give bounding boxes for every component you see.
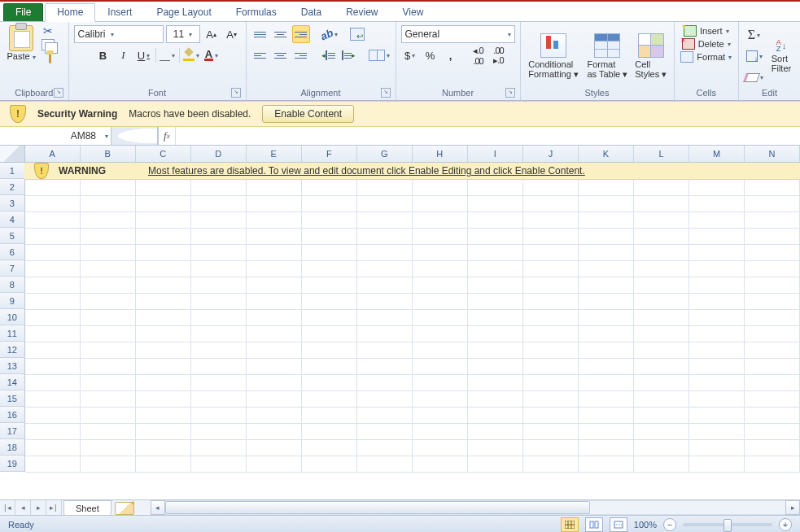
cell[interactable] [745, 228, 800, 245]
increase-decimal-button[interactable]: ◂.0.00 [470, 46, 487, 64]
cell[interactable] [191, 390, 247, 408]
cell[interactable] [81, 211, 136, 229]
cell[interactable] [413, 407, 468, 424]
cell[interactable] [468, 277, 523, 294]
align-bottom-button[interactable] [292, 25, 310, 43]
cell[interactable] [191, 374, 247, 391]
cell[interactable] [136, 358, 191, 375]
tab-file[interactable]: File [3, 3, 43, 21]
enable-content-button[interactable]: Enable Content [262, 105, 354, 123]
cell[interactable] [81, 407, 136, 424]
autosum-button[interactable]: Σ [745, 26, 763, 44]
cell[interactable] [191, 309, 247, 326]
cell[interactable] [302, 195, 357, 212]
cell[interactable] [468, 195, 523, 212]
cell[interactable] [81, 374, 136, 391]
cell[interactable] [357, 309, 413, 326]
column-header-D[interactable]: D [191, 146, 247, 162]
cell[interactable] [468, 325, 523, 342]
cell[interactable] [247, 309, 302, 326]
row-header[interactable]: 11 [0, 325, 25, 342]
horizontal-scrollbar[interactable]: ◂ ▸ [151, 500, 800, 515]
bold-button[interactable]: B [94, 46, 112, 64]
cell[interactable] [689, 309, 745, 326]
cell[interactable] [302, 179, 357, 196]
cell[interactable] [191, 277, 247, 294]
column-header-J[interactable]: J [523, 146, 579, 162]
view-page-layout-button[interactable] [585, 517, 603, 532]
cell[interactable] [357, 358, 413, 375]
cell[interactable] [523, 358, 579, 375]
cell[interactable] [745, 439, 800, 456]
row-header[interactable]: 5 [0, 228, 25, 244]
cell[interactable] [247, 439, 302, 456]
cell[interactable] [191, 325, 247, 342]
cell[interactable] [523, 179, 579, 196]
cell[interactable] [191, 179, 247, 196]
cell[interactable] [523, 423, 579, 440]
sheet-tab[interactable]: Sheet [63, 500, 111, 516]
cell[interactable] [634, 277, 689, 294]
format-painter-button[interactable] [41, 53, 55, 64]
cell[interactable] [745, 244, 800, 261]
cell[interactable] [523, 228, 579, 245]
cell[interactable] [25, 342, 81, 359]
cell[interactable] [25, 325, 81, 342]
cell[interactable] [302, 374, 357, 391]
cell[interactable] [523, 325, 579, 342]
cell[interactable] [523, 342, 579, 359]
view-page-break-button[interactable] [610, 517, 627, 532]
formula-input[interactable] [176, 127, 800, 145]
zoom-in-button[interactable]: + [779, 518, 792, 531]
font-color-button[interactable]: A [203, 46, 221, 64]
grow-font-button[interactable]: A▴ [203, 25, 221, 43]
cell[interactable] [634, 309, 689, 326]
comma-button[interactable]: , [442, 46, 460, 64]
cell[interactable] [634, 358, 689, 375]
row-header[interactable]: 2 [0, 179, 25, 195]
cell[interactable] [357, 439, 413, 456]
cell[interactable] [357, 325, 413, 342]
grid-rows[interactable]: ! WARNING Most features are disabled. To… [0, 163, 800, 499]
hscroll-thumb[interactable] [165, 501, 590, 514]
cell[interactable] [81, 325, 136, 342]
tab-view[interactable]: View [391, 3, 436, 21]
cell[interactable] [357, 244, 413, 261]
cell[interactable] [634, 293, 689, 310]
row-header[interactable]: 4 [0, 211, 25, 228]
number-format-combo[interactable]: General▾ [401, 25, 515, 43]
row-header[interactable]: 7 [0, 260, 25, 277]
shrink-font-button[interactable]: A▾ [223, 25, 241, 43]
cell[interactable] [689, 293, 745, 310]
row-header[interactable]: 8 [0, 277, 25, 293]
cell[interactable] [413, 342, 468, 359]
cell[interactable] [634, 179, 689, 196]
cell[interactable] [191, 423, 247, 440]
cell[interactable] [81, 179, 136, 196]
row-header[interactable]: 13 [0, 358, 25, 374]
cell[interactable] [745, 260, 800, 277]
cell[interactable] [579, 358, 634, 375]
sheet-nav-prev[interactable]: ◂ [15, 500, 31, 515]
cell[interactable] [579, 211, 634, 229]
cell[interactable] [136, 179, 191, 196]
cell[interactable] [468, 407, 523, 424]
cell[interactable] [25, 407, 81, 424]
cell[interactable] [413, 293, 468, 310]
cell[interactable] [468, 179, 523, 196]
cell[interactable] [634, 228, 689, 245]
row-header[interactable]: 3 [0, 195, 25, 211]
cell[interactable] [136, 390, 191, 408]
cell[interactable] [523, 211, 579, 229]
cell[interactable] [357, 407, 413, 424]
cell[interactable] [247, 390, 302, 408]
row-header[interactable]: 17 [0, 423, 25, 439]
cell[interactable] [136, 407, 191, 424]
cell[interactable] [81, 358, 136, 375]
cell[interactable] [413, 374, 468, 391]
column-header-N[interactable]: N [745, 146, 800, 162]
cell[interactable] [745, 407, 800, 424]
cell[interactable] [25, 195, 81, 212]
cell[interactable] [579, 342, 634, 359]
cell[interactable] [689, 228, 745, 245]
